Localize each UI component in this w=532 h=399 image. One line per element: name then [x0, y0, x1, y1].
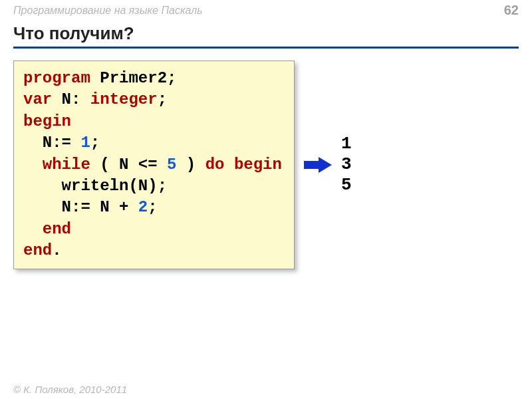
kw-integer: integer [90, 90, 158, 108]
kw-begin: begin [234, 156, 282, 174]
code-text: . [52, 241, 61, 259]
kw-var: var [23, 90, 52, 108]
code-text: N:= N + [23, 198, 138, 216]
kw-program: program [23, 69, 90, 87]
svg-marker-0 [304, 157, 332, 173]
program-output: 1 3 5 [341, 134, 352, 196]
content-row: program Primer2; var N: integer; begin N… [0, 49, 532, 269]
code-block: program Primer2; var N: integer; begin N… [13, 61, 295, 269]
kw-end: end [23, 241, 52, 259]
arrow-right-icon [304, 157, 332, 173]
code-text: ) [176, 156, 205, 174]
code-text: ; [158, 90, 167, 108]
code-text: N:= [23, 134, 80, 152]
code-text [23, 156, 43, 174]
num-literal: 2 [138, 198, 148, 216]
kw-while: while [43, 156, 90, 174]
code-text: N: [52, 90, 90, 108]
slide-title: Что получим? [13, 23, 519, 44]
code-text [23, 220, 43, 238]
code-text: Primer2; [90, 69, 177, 87]
kw-end: end [43, 220, 71, 238]
code-text: writeln(N); [23, 177, 167, 195]
subject-text: Программирование на языке Паскаль [13, 5, 203, 17]
kw-begin: begin [23, 112, 71, 130]
num-literal: 1 [80, 134, 90, 152]
code-text: ; [148, 198, 157, 216]
slide-header: Программирование на языке Паскаль 62 [0, 0, 532, 19]
footer-copyright: © К. Поляков, 2010-2011 [13, 384, 127, 395]
kw-do: do [205, 156, 225, 174]
num-literal: 5 [167, 156, 176, 174]
code-text: ( N <= [90, 156, 167, 174]
code-text: ; [90, 134, 100, 152]
code-text [224, 156, 233, 174]
page-number: 62 [504, 3, 519, 18]
